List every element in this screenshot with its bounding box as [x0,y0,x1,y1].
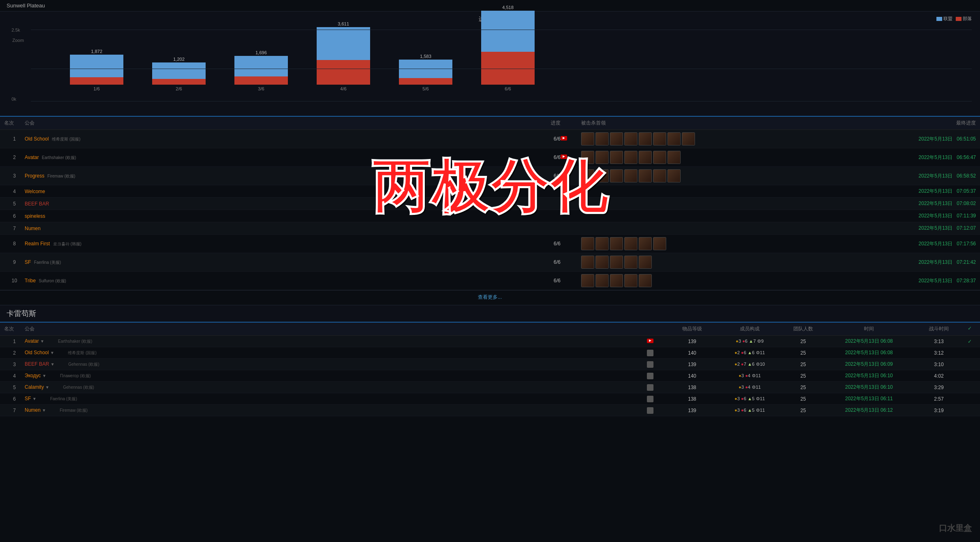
karazhan-header: 名次 公会 物品等级 成员构成 团队人数 时间 战斗时间 ✓ [0,322,980,336]
table-row[interactable]: 1 Old School 维希度斯 (国服) 6/6 2022年5月13日 06… [0,130,980,148]
table-row[interactable]: 3 Progress Firemaw (欧服) 6/6 2022年5月13日 0… [0,167,980,185]
table-row[interactable]: 5 BEEF BAR 2022年5月13日 07:08:02 [0,198,980,210]
table-row[interactable]: 2 Avatar Earthshaker (欧服) 6/6 2022年5月13日… [0,148,980,167]
karazhan-row[interactable]: 3 BEEF BAR ▼ Gehennas (欧服) 139 ●2 ●7 ▲6 … [0,359,980,370]
karazhan-title: 卡雷苟斯 [0,305,980,322]
karazhan-row[interactable]: 1 Avatar ▼ Earthshaker (欧服) 139 ●3 ●6 ▲7… [0,336,980,347]
zoom-label: Zoom [12,38,24,43]
karazhan-row[interactable]: 2 Old School ▼ 维希度斯 (国服) 140 ●2 ●6 ▲6 ⚙1… [0,347,980,359]
karazhan-row[interactable]: 7 Numen ▼ Firemaw (欧服) 139 ●3 ●6 ▲5 ⚙11 … [0,405,980,416]
bar-group-4: 3,611 4/6 [302,21,385,91]
karazhan-section: 卡雷苟斯 名次 公会 物品等级 成员构成 团队人数 时间 战斗时间 ✓ 1 Av… [0,305,980,416]
bar-group-6: 4,518 6/6 [467,5,549,91]
table-row[interactable]: 6 spineless 2022年5月13日 07:11:39 [0,210,980,222]
bar-group-3: 1,696 3/6 [220,50,302,91]
karazhan-row[interactable]: 5 Calamity ▼ Gehennas (欧服) 138 ●3 ●4 ⚙11… [0,382,980,393]
bar-group-5: 1,583 5/6 [385,54,467,91]
bar-group-2: 1,202 2/6 [138,57,220,91]
table-row[interactable]: 7 Numen 2022年5月13日 07:12:07 [0,222,980,235]
watermark: 口水里盒 [939,523,972,534]
table-row[interactable]: 10 Tribe Sulfuron (欧服) 6/6 2022年5月13日 07… [0,272,980,290]
chart-legend: 联盟 部落 [936,16,972,22]
karazhan-row[interactable]: 4 Экодус ▼ Пламегор (欧服) 140 ●3 ●4 ⚙11 2… [0,370,980,382]
bar-group-1: 1,872 1/6 [56,49,138,91]
table-row[interactable]: 9 SF Faerlina (美服) 6/6 2022年5月13日 07:21:… [0,253,980,272]
view-more-button[interactable]: 查看更多... [0,290,980,304]
page-title: Sunwell Plateau [7,2,45,9]
leaderboard-header: 名次 公会 进度 被击杀首领 最终进度 [0,116,980,130]
table-row[interactable]: 8 Realm First 로크홀라 (韩服) 6/6 2022年5月13日 0… [0,235,980,253]
leaderboard-section: 两极分化 名次 公会 进度 被击杀首领 最终进度 1 Old School 维希… [0,116,980,304]
karazhan-row[interactable]: 6 SF ▼ Faerlina (美服) 138 ●3 ●6 ▲5 ⚙11 25… [0,393,980,405]
table-row[interactable]: 4 Welcome 2022年5月13日 07:05:37 [0,185,980,198]
